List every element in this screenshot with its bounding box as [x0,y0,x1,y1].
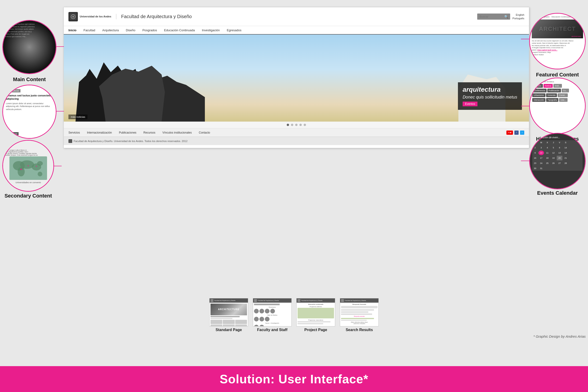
youtube-icon[interactable]: You▶ [506,130,513,135]
cal-header-x: X [544,140,550,145]
cal-cell[interactable]: 31 [538,166,544,171]
tag-tipografia[interactable]: Tipografía [546,98,558,102]
cal-cell[interactable]: 11 [544,150,550,155]
footer-social: You▶ f t [506,130,524,135]
cal-cell-highlight[interactable]: 20 [557,156,562,160]
thumbnail-faculty-img: Facultad de Arquitectura y Diseño Decana… [253,298,292,326]
tag-eventos[interactable]: Eventos [532,84,543,88]
site-header: Universidad de los Andes Facultad de Arq… [64,7,529,26]
cal-cell[interactable]: 3 [538,145,544,150]
nav-arquitectura[interactable]: Arquitectura [102,28,119,32]
nav-posgrados[interactable]: Posgrados [142,28,157,32]
footer-nav-servicios[interactable]: Servicios [68,131,80,134]
lang-portugues[interactable]: Português [512,17,524,20]
cal-cell[interactable]: 24 [538,161,544,166]
thumbnail-project-img: Facultad de Arquitectura y Diseño Educac… [296,298,335,326]
twitter-icon[interactable]: t [520,130,524,135]
news-title: Vivamus sed luctus justo consectetur adi… [6,94,53,101]
main-content-text: urn risus quis odio faucibus eget malesu… [4,23,54,38]
website-mockup: Universidad de los Andes Facultad de Arq… [64,7,529,148]
tag-urbanismo[interactable]: Urbanismo [532,93,546,97]
site-nav: Inicio Facultad Arquitectura Diseño Posg… [64,26,529,34]
tags-row-1: Eventos Noticia Insti... [532,84,582,88]
dot-4[interactable] [300,124,302,126]
tag-noticia[interactable]: Noticia [544,84,553,88]
cal-cell-selected[interactable]: 10 [538,150,544,155]
cal-cell[interactable]: 12 [550,150,556,155]
footer-nav-recursos[interactable]: Recursos [144,131,156,134]
tag-use[interactable]: Use... [559,98,568,102]
hero-badge: Eventos [463,102,478,106]
tag-const[interactable]: Const... [558,93,568,97]
cal-cell[interactable]: 21 [563,156,568,160]
tag-insti[interactable]: Insti... [554,84,562,88]
facebook-icon[interactable]: f [514,130,518,135]
bottom-banner-text: Solution: User Interface* [220,372,368,386]
cal-cell[interactable]: 17 [538,156,544,160]
tag-conferencia[interactable]: Conferencia [532,89,546,92]
cal-cell[interactable]: 25 [544,161,550,166]
footer-nav-publicaciones[interactable]: Publicaciones [119,131,136,134]
tag-publicacion[interactable]: Publicación [547,89,561,92]
footer-nav-vinculos[interactable]: Vínculos institucionales [162,131,192,134]
cal-cell[interactable]: 4 [544,145,550,150]
dot-5[interactable] [304,124,306,126]
design-credit: * Graphic Design by Andres Arias [534,334,586,338]
svg-point-10 [28,165,29,166]
cal-cell[interactable]: 6 [557,145,562,150]
hero-title: arquitectura [463,86,517,93]
cal-cell[interactable]: 27 [557,161,562,166]
tags-row-4: Interacción Tipografía Use... [532,98,582,102]
cal-cell[interactable]: 28 [563,161,568,166]
nav-investigacion[interactable]: Investigación [202,28,220,32]
cal-cell[interactable]: 19 [550,156,556,160]
cal-cell[interactable]: 30 [532,166,538,171]
thumbnail-project: Facultad de Arquitectura y Diseño Educac… [296,298,335,332]
feat-nav-posgrados: Posgrados [540,16,550,18]
copyright-text: Facultad de Arquitectura y Diseño. Unive… [74,140,188,142]
tag-cu[interactable]: Cu... [562,89,569,92]
dot-2[interactable] [291,124,293,126]
tag-vivienda[interactable]: Vivienda [546,93,557,97]
cal-cell[interactable]: 18 [544,156,550,160]
featured-content-circle: Diseño Posgrados Educación Continuada AR… [529,13,586,69]
connector-hier-h [521,106,529,106]
cal-cell[interactable]: 9 [532,150,538,155]
news-circle: más noticias Vivamus sed luctus justo co… [2,85,56,139]
lang-english[interactable]: English [512,13,524,16]
cal-header-m: M [538,140,544,145]
nav-egresados[interactable]: Egresados [227,28,241,32]
carousel-dots [64,122,529,128]
hero-more-noticias[interactable]: más noticias [68,114,88,119]
cal-cell[interactable]: 2 [532,145,538,150]
cal-cell[interactable]: 5 [550,145,556,150]
feat-nav-diseno: Diseño [532,16,539,18]
tags-row-3: Urbanismo Vivienda Const... [532,93,582,97]
bottom-banner: Solution: User Interface* [0,366,588,392]
connector-main-h [56,46,64,47]
connector-secondary-h [54,166,62,166]
cal-cell[interactable]: 14 [563,150,568,155]
nav-facultad[interactable]: Facultad [84,28,95,32]
secondary-map-label: Universidades en convenio [16,181,41,184]
hier-tags-circle: Tags navegación temática Eventos Noticia… [529,78,586,134]
cal-header-l: L [532,140,538,145]
nav-diseno[interactable]: Diseño [126,28,135,32]
dot-1[interactable] [287,124,289,126]
hero-subtitle: Donec quis sollicitudin metus [463,95,517,100]
cal-cell[interactable]: 23 [532,161,538,166]
cal-cell[interactable]: 13 [557,150,562,155]
footer-nav-contacto[interactable]: Contacto [199,131,210,134]
nav-inicio[interactable]: Inicio [68,28,76,32]
nav-edu-cont[interactable]: Educación Continuada [164,28,195,32]
cal-cell[interactable]: 26 [550,161,556,166]
main-area: Universidad de los Andes Facultad de Arq… [0,0,588,366]
footer-nav-internac[interactable]: Internacionalización [87,131,112,134]
cal-cell[interactable]: 16 [532,156,538,160]
cal-cell[interactable]: 14 [563,145,568,150]
thumbnail-search-label: Search Results [340,328,379,332]
world-map [10,156,47,180]
tag-interaccion[interactable]: Interacción [532,98,546,102]
site-copyright: Facultad de Arquitectura y Diseño. Unive… [64,136,529,145]
dot-3[interactable] [295,124,298,126]
